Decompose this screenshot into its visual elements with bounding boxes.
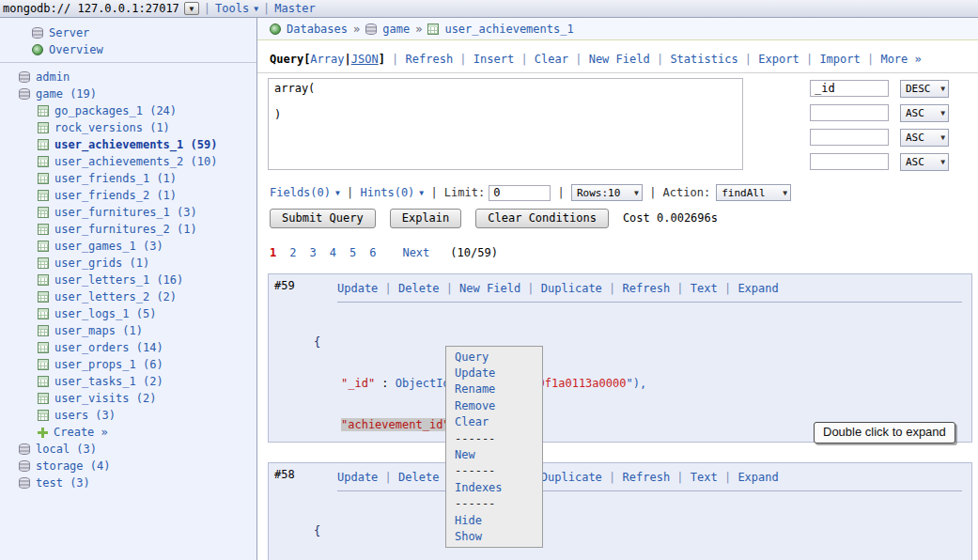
delete-link[interactable]: Delete — [398, 282, 439, 295]
sort-dir-1-select[interactable]: DESC▼ — [900, 80, 949, 98]
sidebar-item-overview[interactable]: Overview — [0, 41, 256, 58]
menu-item-indexes[interactable]: Indexes — [446, 479, 542, 495]
page-next[interactable]: Next — [402, 246, 429, 259]
sort-dir-3-select[interactable]: ASC▼ — [900, 129, 949, 147]
page-6[interactable]: 6 — [369, 246, 376, 259]
update-link[interactable]: Update — [337, 471, 378, 484]
menu-item-remove[interactable]: Remove — [446, 397, 542, 413]
query-textarea[interactable]: array( ) — [268, 78, 743, 170]
sidebar-db-storage[interactable]: storage (4) — [0, 458, 256, 474]
sidebar-db-test[interactable]: test (3) — [0, 474, 256, 491]
collection-icon — [38, 241, 49, 252]
sort-field-2-input[interactable] — [810, 104, 889, 121]
sidebar-collection-user-maps[interactable]: user_maps (1) — [0, 322, 256, 339]
text-link[interactable]: Text — [691, 471, 718, 484]
sidebar-collection-user-furnitures-2[interactable]: user_furnitures_2 (1) — [0, 221, 256, 238]
breadcrumb-collection[interactable]: user_achievements_1 — [444, 23, 573, 36]
refresh-link[interactable]: Refresh — [406, 53, 454, 66]
clear-conditions-button[interactable]: Clear Conditions — [475, 209, 609, 228]
menu-item-hide[interactable]: Hide — [446, 512, 542, 528]
menu-item-new[interactable]: New — [446, 446, 542, 462]
new-field-link[interactable]: New Field — [589, 53, 650, 66]
sort-dir-4-select[interactable]: ASC▼ — [900, 153, 949, 171]
sidebar-collection-user-friends-2[interactable]: user_friends_2 (1) — [0, 187, 256, 204]
menu-item-show[interactable]: Show — [446, 528, 542, 544]
sidebar-collection-user-games-1[interactable]: user_games_1 (3) — [0, 238, 256, 255]
sidebar-collection-user-tasks-1[interactable]: user_tasks_1 (2) — [0, 373, 256, 390]
sidebar-collection-go-packages-1[interactable]: go_packages_1 (24) — [0, 102, 256, 119]
sidebar-collection-users[interactable]: users (3) — [0, 407, 256, 424]
menu-item-rename[interactable]: Rename — [446, 381, 542, 397]
page-3[interactable]: 3 — [309, 246, 316, 259]
import-link[interactable]: Import — [819, 53, 860, 66]
action-select[interactable]: findAll▼ — [716, 184, 791, 201]
hints-dropdown[interactable]: Hints(0) — [361, 186, 415, 199]
fields-dropdown[interactable]: Fields(0) — [270, 186, 331, 199]
delete-link[interactable]: Delete — [398, 471, 439, 484]
page-5[interactable]: 5 — [349, 246, 356, 259]
expand-link[interactable]: Expand — [737, 282, 778, 295]
sidebar-collection-user-letters-1[interactable]: user_letters_1 (16) — [0, 272, 256, 288]
sort-field-1-input[interactable] — [810, 80, 889, 97]
menu-item-clear[interactable]: Clear — [446, 414, 542, 430]
sidebar-db-admin[interactable]: admin — [0, 69, 256, 86]
duplicate-link[interactable]: Duplicate — [541, 471, 602, 484]
tools-menu[interactable]: Tools — [215, 2, 249, 15]
sidebar-collection-user-grids[interactable]: user_grids (1) — [0, 255, 256, 272]
page-4[interactable]: 4 — [330, 246, 336, 259]
sort-dir-2-select[interactable]: ASC▼ — [900, 104, 949, 122]
update-link[interactable]: Update — [337, 282, 378, 295]
connection-dropdown-button[interactable]: ▼ — [184, 2, 199, 15]
refresh-link[interactable]: Refresh — [623, 471, 671, 484]
sidebar-collection-user-furnitures-1[interactable]: user_furnitures_1 (3) — [0, 204, 256, 221]
topbar-separator: | — [204, 2, 210, 15]
insert-link[interactable]: Insert — [473, 53, 514, 66]
more-link[interactable]: More » — [880, 53, 921, 66]
sidebar: Server Overview admin game (19) go_packa… — [0, 18, 257, 560]
query-mode-array[interactable]: Array — [310, 53, 344, 66]
query-mode-json[interactable]: JSON — [351, 53, 379, 66]
page-2[interactable]: 2 — [289, 246, 296, 259]
sidebar-divider — [0, 62, 256, 63]
submit-query-button[interactable]: Submit Query — [270, 209, 376, 228]
export-link[interactable]: Export — [758, 53, 799, 66]
rows-select[interactable]: Rows:10▼ — [571, 184, 643, 201]
sort-field-4-input[interactable] — [810, 153, 889, 170]
limit-label: Limit: — [444, 186, 485, 199]
sidebar-collection-user-letters-2[interactable]: user_letters_2 (2) — [0, 288, 256, 305]
limit-input[interactable] — [489, 185, 551, 201]
sidebar-collection-user-visits[interactable]: user_visits (2) — [0, 390, 256, 407]
sidebar-collection-user-friends-1[interactable]: user_friends_1 (1) — [0, 170, 256, 187]
sidebar-db-local[interactable]: local (3) — [0, 441, 256, 458]
sidebar-collection-user-achievements-1[interactable]: user_achievements_1 (59) — [0, 136, 256, 153]
master-link[interactable]: Master — [274, 2, 315, 15]
sidebar-create-collection[interactable]: Create » — [0, 424, 256, 441]
menu-separator: ------ — [446, 430, 542, 446]
breadcrumb-db[interactable]: game — [382, 23, 410, 36]
caret-down-icon[interactable]: ▼ — [254, 5, 258, 13]
menu-item-query[interactable]: Query — [446, 349, 542, 365]
sort-field-3-input[interactable] — [810, 129, 889, 146]
database-icon — [19, 88, 30, 100]
database-icon — [365, 23, 377, 35]
breadcrumb-databases[interactable]: Databases — [287, 23, 348, 36]
sidebar-collection-user-props-1[interactable]: user_props_1 (6) — [0, 356, 256, 373]
sidebar-collection-user-achievements-2[interactable]: user_achievements_2 (10) — [0, 153, 256, 170]
new-field-link[interactable]: New Field — [459, 282, 520, 295]
collection-icon — [38, 105, 49, 117]
sidebar-item-server[interactable]: Server — [0, 24, 256, 41]
field-key-achievement-id[interactable]: "achievement_id" — [341, 418, 450, 431]
statistics-link[interactable]: Statistics — [670, 53, 737, 66]
refresh-link[interactable]: Refresh — [623, 282, 671, 295]
sidebar-collection-rock-versions[interactable]: rock_versions (1) — [0, 119, 256, 136]
sidebar-collection-user-logs-1[interactable]: user_logs_1 (5) — [0, 305, 256, 322]
menu-item-update[interactable]: Update — [446, 365, 542, 381]
explain-button[interactable]: Explain — [390, 209, 462, 228]
database-icon — [19, 71, 30, 83]
sidebar-collection-user-orders[interactable]: user_orders (14) — [0, 339, 256, 356]
sidebar-db-game[interactable]: game (19) — [0, 86, 256, 102]
clear-link[interactable]: Clear — [535, 53, 568, 66]
text-link[interactable]: Text — [691, 282, 718, 295]
expand-link[interactable]: Expand — [737, 471, 778, 484]
duplicate-link[interactable]: Duplicate — [541, 282, 602, 295]
